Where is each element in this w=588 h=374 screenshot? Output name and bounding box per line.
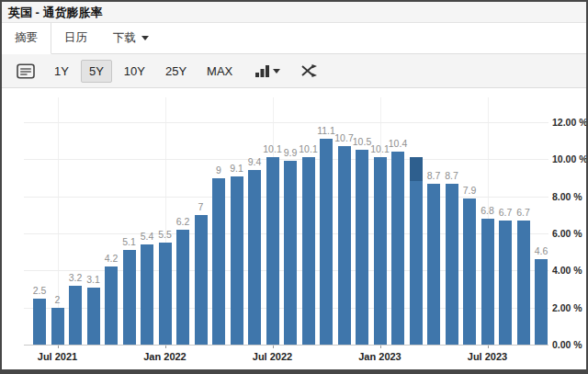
bar[interactable]: [356, 150, 368, 345]
range-button-1y[interactable]: 1Y: [46, 60, 77, 83]
x-axis-label: Jul 2022: [241, 351, 305, 362]
bar-value-label: 8.7: [436, 170, 468, 181]
widget-frame: 英国 - 通货膨胀率 摘要日历下载 1Y5Y10Y25YMAX: [0, 0, 588, 374]
chart-type-selector[interactable]: [250, 62, 286, 80]
tab-日历[interactable]: 日历: [51, 23, 100, 53]
y-axis-label: 6.00 %: [552, 228, 582, 239]
x-axis-label: Jan 2023: [348, 351, 413, 362]
range-button-max[interactable]: MAX: [198, 60, 241, 83]
bar[interactable]: [374, 157, 387, 345]
shuffle-icon[interactable]: [295, 62, 324, 80]
y-axis-label: 2.00 %: [552, 302, 582, 313]
bar[interactable]: [391, 152, 404, 345]
chart-toolbar: 1Y5Y10Y25YMAX: [2, 54, 586, 88]
bar[interactable]: [176, 230, 189, 345]
tab-bar: 摘要日历下载: [2, 23, 586, 54]
chart-area: Jul 2021Jan 2022Jul 2022Jan 2023Jul 2023…: [2, 88, 586, 368]
y-axis-label: 0.00 %: [552, 339, 582, 350]
bar-value-label: 6.7: [508, 207, 539, 218]
y-axis-label: 12.00 %: [552, 117, 588, 128]
y-axis-label: 8.00 %: [552, 191, 582, 202]
y-axis-label: 10.00 %: [552, 153, 588, 164]
tab-label: 摘要: [15, 30, 38, 46]
bar[interactable]: [51, 308, 64, 345]
range-button-5y[interactable]: 5Y: [81, 60, 112, 83]
bar[interactable]: [123, 250, 136, 345]
tab-label: 下载: [113, 30, 136, 46]
bar-value-label: 7.9: [454, 185, 485, 196]
plot-hgridline: [24, 159, 548, 160]
bar[interactable]: [338, 146, 351, 345]
tab-摘要[interactable]: 摘要: [2, 23, 51, 54]
bar[interactable]: [481, 219, 494, 345]
x-axis-label: Jul 2023: [456, 351, 520, 362]
bar[interactable]: [284, 161, 297, 345]
bar[interactable]: [446, 184, 458, 345]
tab-下载[interactable]: 下载: [100, 23, 162, 53]
bar[interactable]: [69, 286, 82, 346]
bar[interactable]: [231, 176, 243, 346]
page-title: 英国 - 通货膨胀率: [2, 2, 586, 23]
bar[interactable]: [266, 157, 279, 345]
chevron-down-icon: [273, 69, 280, 74]
bar[interactable]: [302, 157, 315, 345]
bar[interactable]: [463, 198, 476, 345]
bar[interactable]: [105, 266, 118, 345]
plot-hgridline: [24, 122, 548, 123]
tab-label: 日历: [64, 30, 87, 46]
range-button-10y[interactable]: 10Y: [116, 60, 153, 83]
bar[interactable]: [517, 221, 530, 345]
plot-hgridline: [24, 345, 548, 346]
bar[interactable]: [410, 157, 423, 345]
bar[interactable]: [427, 184, 440, 345]
chevron-down-icon: [141, 36, 149, 40]
range-button-25y[interactable]: 25Y: [157, 60, 195, 83]
bar[interactable]: [212, 178, 225, 346]
bar-value-label: 4.6: [526, 245, 557, 256]
y-axis-label: 4.00 %: [552, 265, 582, 276]
bar[interactable]: [320, 139, 333, 345]
bar-value-label: 10.4: [382, 138, 413, 149]
bar[interactable]: [33, 299, 46, 345]
bar-chart-icon: [255, 64, 269, 77]
x-axis-label: Jul 2021: [26, 351, 90, 362]
x-axis-label: Jan 2022: [133, 351, 198, 362]
bar[interactable]: [499, 221, 512, 345]
bar[interactable]: [248, 170, 261, 345]
bar[interactable]: [195, 215, 208, 345]
range-buttons: 1Y5Y10Y25YMAX: [44, 60, 243, 83]
calendar-icon[interactable]: [11, 61, 40, 82]
bar[interactable]: [87, 288, 100, 346]
bar[interactable]: [535, 259, 548, 345]
bar[interactable]: [159, 243, 172, 345]
bar[interactable]: [141, 244, 153, 345]
